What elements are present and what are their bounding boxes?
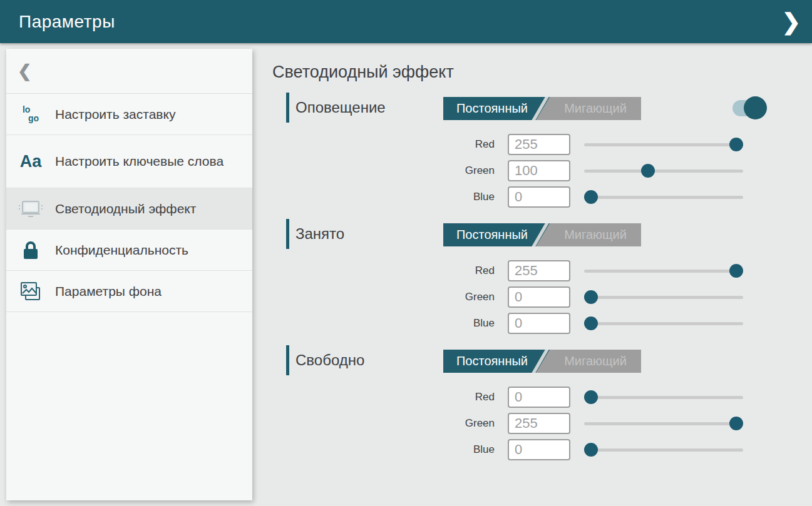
green-slider[interactable] <box>584 160 743 181</box>
mode-toggle: Постоянный Мигающий <box>443 350 641 373</box>
mode-toggle: Постоянный Мигающий <box>443 97 641 120</box>
settings-app: Параметры ❯ ❮ logo Настроить заставку Aa… <box>0 0 812 506</box>
channel-label: Green <box>423 286 495 308</box>
blue-value-input[interactable] <box>508 313 570 334</box>
slider-thumb[interactable] <box>729 264 743 278</box>
sidebar-item-keywords[interactable]: Aa Настроить ключевые слова <box>6 135 252 188</box>
red-value-input[interactable] <box>508 260 570 281</box>
sidebar-item-label: Светодиодный эффект <box>55 201 206 217</box>
sidebar-item-splash-screen[interactable]: logo Настроить заставку <box>6 94 252 135</box>
sidebar-item-label: Настроить ключевые слова <box>55 153 234 170</box>
slider-thumb[interactable] <box>584 290 598 304</box>
section-free: Свободно Постоянный Мигающий Red Green B… <box>272 345 779 464</box>
blue-value-input[interactable] <box>508 186 570 208</box>
logo-icon: logo <box>6 106 55 123</box>
section-accent-bar <box>286 345 289 375</box>
slider-track <box>584 170 743 173</box>
green-value-input[interactable] <box>508 160 570 181</box>
slider-track <box>584 143 743 146</box>
slider-track <box>584 448 743 452</box>
channel-label: Red <box>423 134 495 155</box>
channel-label: Green <box>423 413 495 434</box>
slider-track <box>584 322 743 325</box>
slider-track <box>584 196 743 199</box>
mode-blinking-button[interactable]: Мигающий <box>550 350 641 373</box>
section-title: Свободно <box>296 345 364 375</box>
green-value-input[interactable] <box>508 413 570 434</box>
slider-track <box>584 396 743 399</box>
slider-track <box>584 422 743 425</box>
slider-thumb[interactable] <box>729 138 743 151</box>
notification-enabled-switch[interactable] <box>732 96 768 119</box>
red-value-input[interactable] <box>508 134 570 155</box>
channel-label: Blue <box>423 439 495 460</box>
mode-blinking-button[interactable]: Мигающий <box>550 223 641 246</box>
red-slider[interactable] <box>584 134 743 155</box>
slider-thumb[interactable] <box>584 190 598 204</box>
content-title: Светодиодный эффект <box>272 63 454 82</box>
section-title: Занято <box>296 219 344 249</box>
text-Aa-icon: Aa <box>6 152 55 171</box>
chevron-left-icon: ❮ <box>18 61 32 81</box>
sidebar-item-label: Параметры фона <box>55 283 172 300</box>
switch-knob <box>744 96 767 119</box>
mode-blinking-button[interactable]: Мигающий <box>550 97 641 120</box>
stacked-images-icon <box>6 281 55 302</box>
slider-thumb[interactable] <box>729 417 743 430</box>
sidebar-item-label: Настроить заставку <box>55 106 185 123</box>
slider-thumb[interactable] <box>584 316 598 330</box>
sidebar: ❮ logo Настроить заставку Aa Настроить к… <box>6 49 252 500</box>
green-slider[interactable] <box>584 286 743 308</box>
channel-label: Green <box>423 160 495 181</box>
red-slider[interactable] <box>584 387 743 408</box>
green-value-input[interactable] <box>508 286 570 308</box>
lock-icon <box>6 240 55 260</box>
mode-toggle: Постоянный Мигающий <box>443 223 641 246</box>
red-slider[interactable] <box>584 260 743 281</box>
sidebar-item-label: Конфиденциальность <box>55 242 198 258</box>
app-header: Параметры ❯ <box>0 0 812 43</box>
channel-label: Blue <box>423 313 495 334</box>
sidebar-item-background[interactable]: Параметры фона <box>6 271 252 312</box>
slider-thumb[interactable] <box>641 164 655 178</box>
slider-track <box>584 270 743 273</box>
slider-track <box>584 296 743 299</box>
section-accent-bar <box>286 219 289 249</box>
channel-label: Red <box>423 260 495 281</box>
sidebar-item-led-effect[interactable]: Светодиодный эффект <box>6 188 252 230</box>
blue-value-input[interactable] <box>508 439 570 460</box>
slider-thumb[interactable] <box>584 443 598 457</box>
sidebar-item-privacy[interactable]: Конфиденциальность <box>6 230 252 271</box>
back-button[interactable]: ❮ <box>6 49 252 94</box>
green-slider[interactable] <box>584 413 743 434</box>
chevron-right-icon[interactable]: ❯ <box>782 11 801 33</box>
section-title: Оповещение <box>296 93 386 123</box>
page-title: Параметры <box>19 12 115 32</box>
section-accent-bar <box>286 93 289 123</box>
blue-slider[interactable] <box>584 313 743 334</box>
channel-label: Red <box>423 387 495 408</box>
slider-thumb[interactable] <box>584 390 598 404</box>
blue-slider[interactable] <box>584 439 743 460</box>
section-busy: Занято Постоянный Мигающий Red Green Blu… <box>272 219 779 338</box>
section-notification: Оповещение Постоянный Мигающий Red Green <box>272 93 779 211</box>
blue-slider[interactable] <box>584 186 743 208</box>
red-value-input[interactable] <box>508 387 570 408</box>
led-display-icon <box>6 200 55 218</box>
channel-label: Blue <box>423 186 495 208</box>
